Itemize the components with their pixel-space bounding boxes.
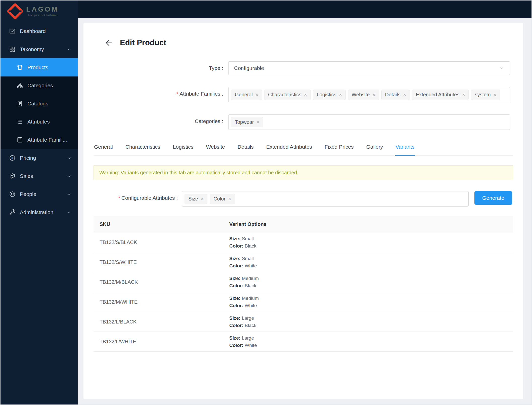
options-cell: Size: Large Color: White [229,334,513,349]
options-cell: Size: Medium Color: Black [229,275,513,289]
attribute-family-tag: Extended Attributes× [412,90,469,100]
remove-tag-icon[interactable]: × [372,92,375,97]
remove-tag-icon[interactable]: × [255,92,258,97]
column-header-variant-options: Variant Options [229,221,513,227]
color-label: Color: [229,343,243,348]
configurable-attributes-input[interactable]: Size× Color× [182,191,469,207]
tab-extended-attributes[interactable]: Extended Attributes [266,144,313,155]
size-value: Large [242,335,254,341]
remove-tag-icon[interactable]: × [494,92,496,97]
arrow-left-icon [105,39,113,47]
categories-input[interactable]: Topwear× [228,114,510,130]
type-select[interactable]: Configurable [228,61,510,75]
table-row: TB132/L/WHITE Size: Large Color: White [94,332,513,352]
sidebar-item-categories[interactable]: Categories [1,76,78,95]
tab-variants[interactable]: Variants [395,144,415,155]
list-icon [17,118,23,125]
attribute-families-input[interactable]: General× Characteristics× Logistics× Web… [228,87,510,102]
size-label: Size: [229,296,240,301]
boxed-list-icon [17,137,23,143]
attribute-family-tag: system× [471,90,500,100]
chevron-down-icon [67,210,71,215]
brand-text: LAGOM the perfect balance [26,6,59,17]
top-bar [78,1,531,18]
tag-label: Size [188,196,198,202]
sidebar-item-label: People [20,191,36,197]
sidebar-item-attribute-families[interactable]: Attribute Famili... [1,131,78,149]
color-value: White [245,263,257,268]
size-label: Size: [229,335,240,341]
table-header: SKU Variant Options [94,216,513,232]
tab-gallery[interactable]: Gallery [366,144,384,155]
type-row: Type : Configurable [83,61,523,75]
size-value: Small [242,236,254,241]
tab-fixed-prices[interactable]: Fixed Prices [324,144,354,155]
sidebar-item-label: Products [27,64,48,70]
size-value: Small [242,256,254,261]
sidebar-item-pricing[interactable]: $ Pricing [1,149,78,167]
type-label: Type : [83,61,228,75]
sku-cell: TB132/M/WHITE [94,299,229,305]
category-tag: Topwear× [231,117,263,127]
tag-label: Topwear [235,119,254,125]
sku-cell: TB132/L/WHITE [94,339,229,345]
sidebar-item-products[interactable]: Products [1,58,78,76]
sidebar-item-administration[interactable]: Administration [1,203,78,221]
tree-icon [17,82,23,89]
table-row: TB132/L/BLACK Size: Large Color: Black [94,312,513,332]
options-cell: Size: Small Color: White [229,255,513,269]
tag-label: Characteristics [268,92,301,98]
table-row: TB132/S/BLACK Size: Small Color: Black [94,232,513,252]
sidebar-item-taxonomy[interactable]: Taxonomy [1,40,78,58]
options-cell: Size: Large Color: Black [229,314,513,329]
tag-label: Extended Attributes [416,92,459,98]
remove-tag-icon[interactable]: × [339,92,342,97]
chevron-down-icon [67,174,71,178]
tab-details[interactable]: Details [237,144,254,155]
tag-label: General [235,92,253,98]
color-value: Black [245,323,256,328]
brand-name: LAGOM [26,6,59,13]
remove-tag-icon[interactable]: × [257,120,259,125]
sidebar-item-catalogs[interactable]: Catalogs [1,95,78,113]
tag-label: system [475,92,491,98]
size-value: Medium [242,276,259,281]
sidebar-item-sales[interactable]: Sales [1,167,78,185]
brand-diamond-icon [7,3,24,20]
tab-logistics[interactable]: Logistics [172,144,194,155]
remove-tag-icon[interactable]: × [403,92,406,97]
color-label: Color: [229,243,243,249]
sidebar-item-attributes[interactable]: Attributes [1,113,78,131]
remove-tag-icon[interactable]: × [462,92,465,97]
configurable-attributes-label: *Configurable Attributes : [83,191,182,201]
chevron-down-icon [499,65,504,71]
content-area: Edit Product Type : Configurable [78,18,531,404]
sidebar-item-dashboard[interactable]: Dashboard [1,22,78,40]
back-button[interactable] [105,39,113,47]
dollar-icon: $ [9,155,16,161]
tab-general[interactable]: General [94,144,113,155]
tag-label: Website [352,92,370,98]
color-value: Black [245,243,256,249]
attribute-families-label: *Attribute Families : [83,87,228,102]
sidebar-item-people[interactable]: People [1,185,78,203]
configurable-attribute-tag: Size× [185,194,207,204]
table-row: TB132/S/WHITE Size: Small Color: White [94,252,513,272]
generate-button[interactable]: Generate [474,191,512,205]
tab-website[interactable]: Website [205,144,225,155]
sku-cell: TB132/M/BLACK [94,279,229,285]
table-row: TB132/M/WHITE Size: Medium Color: White [94,292,513,312]
tab-characteristics[interactable]: Characteristics [125,144,161,155]
tag-label: Details [385,92,401,98]
remove-tag-icon[interactable]: × [304,92,307,97]
remove-tag-icon[interactable]: × [201,196,204,201]
brand-logo[interactable]: LAGOM the perfect balance [1,1,78,22]
chevron-up-icon [67,47,71,52]
attribute-family-tag: General× [231,90,262,100]
color-label: Color: [229,263,243,268]
color-value: Black [245,283,256,288]
remove-tag-icon[interactable]: × [228,196,231,201]
sku-cell: TB132/L/BLACK [94,319,229,325]
type-select-value: Configurable [234,65,264,71]
sidebar-item-label: Dashboard [20,28,46,34]
